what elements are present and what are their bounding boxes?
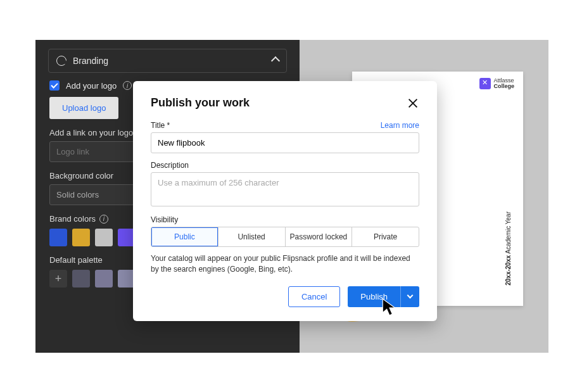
add-logo-label: Add your logo: [66, 81, 117, 91]
info-icon[interactable]: i: [123, 81, 132, 90]
visibility-label: Visibility: [151, 215, 419, 224]
publish-modal: Publish your work Title * Learn more Des…: [133, 81, 437, 321]
brand-logo-icon: [479, 78, 491, 89]
chevron-down-icon: [407, 293, 414, 299]
brand-color-swatch[interactable]: [72, 229, 90, 246]
publish-button[interactable]: Publish: [348, 286, 400, 307]
visibility-segmented: Public Unlisted Password locked Private: [151, 227, 419, 247]
description-label: Description: [151, 161, 419, 170]
title-input[interactable]: [151, 132, 419, 153]
add-logo-checkbox[interactable]: [49, 80, 60, 91]
publish-dropdown-button[interactable]: [400, 286, 419, 307]
brand-name-line2: College: [493, 84, 514, 89]
close-icon[interactable]: [407, 97, 419, 110]
chevron-up-icon: [271, 56, 280, 65]
upload-logo-button[interactable]: Upload logo: [49, 97, 118, 119]
visibility-help-text: Your catalog will appear on your public …: [151, 253, 419, 275]
visibility-unlisted[interactable]: Unlisted: [218, 227, 286, 246]
background-select-value: Solid colors: [56, 190, 99, 199]
academic-year-text: 20xx-20xx Academic Year: [505, 212, 512, 286]
description-textarea[interactable]: [151, 172, 419, 206]
add-palette-swatch[interactable]: +: [49, 270, 67, 288]
branding-accordion-header[interactable]: Branding: [48, 49, 287, 73]
preview-brand-logo: Attlasse College: [479, 78, 514, 89]
brand-color-swatch[interactable]: [49, 229, 67, 246]
palette-swatch[interactable]: [72, 270, 90, 288]
brand-colors-label: Brand colors: [49, 214, 96, 224]
palette-swatch[interactable]: [95, 270, 113, 288]
visibility-private[interactable]: Private: [352, 227, 419, 246]
visibility-public[interactable]: Public: [151, 227, 218, 246]
info-icon[interactable]: i: [99, 215, 108, 224]
default-palette-label: Default palette: [49, 255, 103, 265]
cancel-button[interactable]: Cancel: [288, 286, 340, 307]
brand-color-swatch[interactable]: [95, 229, 113, 246]
palette-icon: [56, 56, 66, 66]
title-field-label: Title *: [151, 121, 170, 130]
visibility-password-locked[interactable]: Password locked: [286, 227, 353, 246]
branding-title: Branding: [73, 56, 266, 66]
modal-title: Publish your work: [151, 96, 250, 110]
learn-more-link[interactable]: Learn more: [381, 121, 419, 130]
